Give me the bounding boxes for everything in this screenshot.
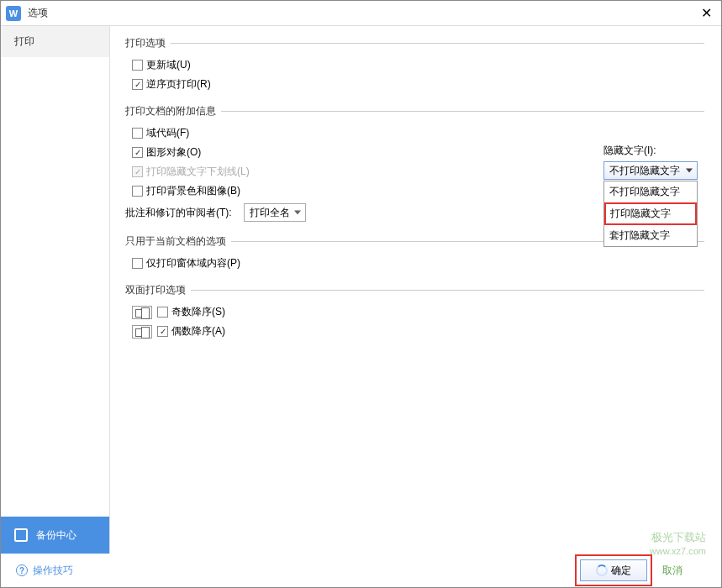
backup-label: 备份中心 <box>36 528 76 543</box>
label-hidden-underline: 打印隐藏文字下划线(L) <box>146 165 250 179</box>
label-graphics: 图形对象(O) <box>146 145 201 160</box>
label-hidden-text: 隐藏文字(I): <box>603 144 704 158</box>
app-icon: W <box>6 6 21 21</box>
label-reverse-order: 逆序页打印(R) <box>146 77 211 92</box>
label-reviewer: 批注和修订的审阅者(T): <box>125 206 232 220</box>
label-background: 打印背景色和图像(B) <box>146 184 240 198</box>
loading-icon <box>596 564 608 576</box>
titlebar: W 选项 ✕ <box>1 1 721 26</box>
sidebar-item-label: 打印 <box>14 35 34 47</box>
backup-center-button[interactable]: 备份中心 <box>1 517 109 554</box>
label-update-fields: 更新域(U) <box>146 58 191 72</box>
select-reviewer[interactable]: 打印全名 <box>244 203 306 222</box>
footer: ? 操作技巧 确定 取消 <box>1 554 721 587</box>
ok-button-highlight: 确定 <box>575 554 652 586</box>
checkbox-even-desc[interactable] <box>157 326 168 337</box>
checkbox-background[interactable] <box>132 186 143 197</box>
legend-print-options: 打印选项 <box>125 36 171 50</box>
legend-duplex: 双面打印选项 <box>125 283 191 297</box>
checkbox-update-fields[interactable] <box>132 60 143 71</box>
dropdown-option-0[interactable]: 不打印隐藏文字 <box>604 181 697 202</box>
legend-additional-info: 打印文档的附加信息 <box>125 104 221 118</box>
checkbox-reverse-order[interactable] <box>132 79 143 90</box>
close-button[interactable]: ✕ <box>696 3 716 24</box>
select-hidden-text[interactable]: 不打印隐藏文字 <box>603 161 698 180</box>
odd-pages-icon <box>132 306 152 319</box>
checkbox-odd-desc[interactable] <box>157 307 168 318</box>
ok-button-label: 确定 <box>611 564 631 578</box>
dropdown-hidden-text: 不打印隐藏文字 打印隐藏文字 套打隐藏文字 <box>603 181 698 247</box>
backup-icon <box>14 528 28 542</box>
section-duplex: 双面打印选项 奇数降序(S) 偶数降序(A) <box>125 283 704 344</box>
content-area: 打印选项 更新域(U) 逆序页打印(R) 打印文档的附加信息 域代码(F) 图形… <box>110 26 721 554</box>
section-print-options: 打印选项 更新域(U) 逆序页打印(R) <box>125 36 704 97</box>
window-title: 选项 <box>28 6 696 20</box>
dropdown-option-1[interactable]: 打印隐藏文字 <box>604 202 697 225</box>
sidebar: 打印 备份中心 <box>1 26 110 554</box>
checkbox-hidden-underline <box>132 166 143 177</box>
checkbox-print-form-only[interactable] <box>132 258 143 269</box>
even-pages-icon <box>132 325 152 339</box>
cancel-button-label: 取消 <box>662 564 682 576</box>
ok-button[interactable]: 确定 <box>580 559 647 581</box>
checkbox-graphics[interactable] <box>132 147 143 158</box>
dropdown-option-2[interactable]: 套打隐藏文字 <box>604 225 697 246</box>
label-odd-desc: 奇数降序(S) <box>171 305 225 319</box>
label-print-form-only: 仅打印窗体域内容(P) <box>146 256 240 270</box>
label-field-codes: 域代码(F) <box>146 126 189 140</box>
cancel-button[interactable]: 取消 <box>662 564 706 578</box>
tips-icon: ? <box>16 564 28 576</box>
tips-link[interactable]: 操作技巧 <box>33 564 73 578</box>
hidden-text-group: 隐藏文字(I): 不打印隐藏文字 不打印隐藏文字 打印隐藏文字 套打隐藏文字 <box>603 144 704 247</box>
sidebar-item-print[interactable]: 打印 <box>1 26 109 57</box>
checkbox-field-codes[interactable] <box>132 128 143 139</box>
legend-current-doc: 只用于当前文档的选项 <box>125 234 231 249</box>
select-hidden-text-value: 不打印隐藏文字 <box>609 164 680 178</box>
select-reviewer-value: 打印全名 <box>250 206 290 220</box>
label-even-desc: 偶数降序(A) <box>171 324 225 339</box>
